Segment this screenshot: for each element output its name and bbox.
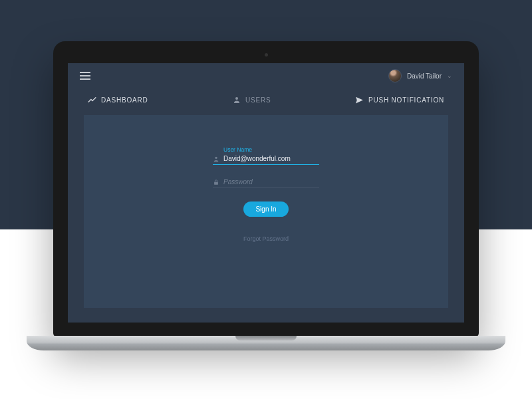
menu-icon[interactable]: [80, 72, 90, 80]
nav-dashboard[interactable]: DASHBOARD: [88, 96, 148, 104]
laptop-base: [27, 336, 505, 350]
nav-push-label: PUSH NOTIFICATION: [368, 96, 444, 104]
nav-users-label: USERS: [245, 96, 271, 104]
svg-point-1: [215, 157, 217, 159]
nav-users[interactable]: USERS: [232, 96, 271, 104]
avatar: [388, 69, 402, 82]
person-icon: [213, 156, 219, 162]
forgot-password-link[interactable]: Forgot Password: [213, 235, 319, 242]
signin-button[interactable]: Sign In: [243, 201, 288, 217]
login-panel: User Name Sign In Forgot Password: [84, 115, 448, 308]
nav-dashboard-label: DASHBOARD: [101, 96, 148, 104]
user-name-label: David Tailor: [407, 72, 442, 80]
login-form: User Name Sign In Forgot Password: [213, 155, 319, 242]
svg-rect-2: [214, 182, 218, 185]
user-chip[interactable]: David Tailor ⌄: [388, 69, 452, 82]
app-screen: David Tailor ⌄ DASHBOARD USERS: [68, 63, 464, 323]
username-field-wrap: User Name: [213, 155, 319, 165]
password-input[interactable]: [223, 178, 319, 186]
topbar: David Tailor ⌄: [68, 63, 464, 88]
username-input[interactable]: [223, 155, 319, 162]
svg-point-0: [235, 97, 238, 100]
main-nav: DASHBOARD USERS PUSH NOTIFICATION: [68, 88, 464, 111]
send-icon: [355, 96, 364, 104]
username-label: User Name: [223, 146, 252, 153]
laptop-mockup: David Tailor ⌄ DASHBOARD USERS: [53, 41, 479, 350]
user-icon: [232, 96, 241, 104]
nav-push[interactable]: PUSH NOTIFICATION: [355, 96, 444, 104]
chevron-down-icon: ⌄: [447, 72, 452, 79]
lock-icon: [213, 179, 219, 186]
camera-dot: [265, 53, 268, 57]
trend-icon: [88, 96, 96, 104]
password-field-wrap: [213, 178, 319, 188]
laptop-bezel: David Tailor ⌄ DASHBOARD USERS: [53, 41, 479, 337]
